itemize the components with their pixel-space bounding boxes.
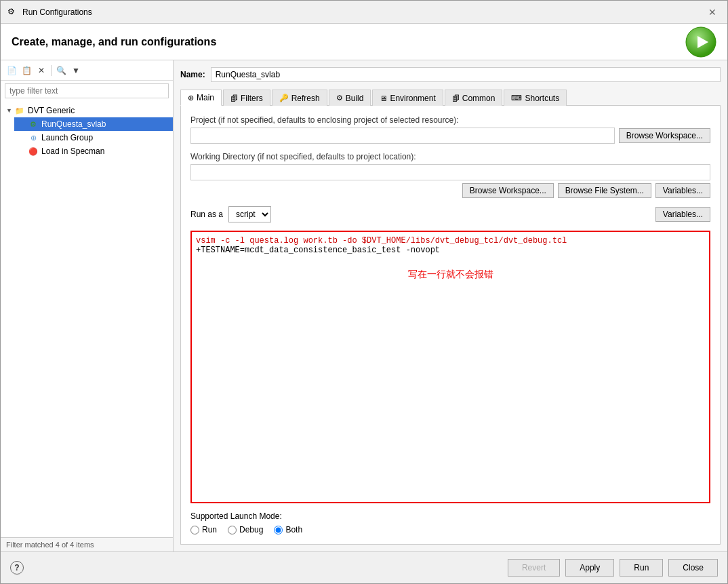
tab-env-label: Environment xyxy=(390,94,435,103)
tab-main-label: Main xyxy=(197,93,214,102)
tab-main[interactable]: ⊕ Main xyxy=(180,90,222,106)
run-play-icon xyxy=(685,26,716,58)
tree-label-runquesta: RunQuesta_svlab xyxy=(41,119,106,129)
tree-item-load-specman[interactable]: 🔴 Load in Specman xyxy=(14,144,173,158)
new-config-button[interactable]: 📄 xyxy=(5,64,18,77)
toolbar-sep-1 xyxy=(51,65,52,76)
code-line-2: +TESTNAME=mcdt_data_consistence_basic_te… xyxy=(196,246,705,255)
tab-shortcuts[interactable]: ⌨ Shortcuts xyxy=(504,90,567,106)
name-row: Name: xyxy=(180,67,721,82)
name-input[interactable] xyxy=(211,67,721,82)
code-area[interactable]: vsim -c -l questa.log work.tb -do $DVT_H… xyxy=(190,231,710,503)
project-label: Project (if not specified, defaults to e… xyxy=(190,115,710,125)
browse-file-system-button[interactable]: Browse File System... xyxy=(558,183,651,198)
window-title: Run Configurations xyxy=(22,7,92,17)
tree-label-launch-group: Launch Group xyxy=(41,133,93,142)
working-dir-field-row xyxy=(190,164,710,180)
help-button[interactable]: ? xyxy=(10,561,24,575)
radio-run-input[interactable] xyxy=(190,526,199,534)
name-label: Name: xyxy=(180,70,205,79)
project-section: Project (if not specified, defaults to e… xyxy=(190,115,710,144)
bottom-bar: ? Revert Apply Run Close xyxy=(1,551,727,583)
title-bar-left: ⚙ Run Configurations xyxy=(7,7,92,18)
shortcuts-tab-icon: ⌨ xyxy=(511,94,522,102)
tab-refresh[interactable]: 🔑 Refresh xyxy=(272,90,327,106)
radio-run-label: Run xyxy=(202,525,217,534)
working-dir-label: Working Directory (if not specified, def… xyxy=(190,152,710,161)
collapse-button[interactable]: ▼ xyxy=(69,64,83,77)
run-as-select[interactable]: script xyxy=(228,206,271,222)
tree-label-dvt: DVT Generic xyxy=(28,106,75,115)
radio-both-input[interactable] xyxy=(274,526,283,534)
delete-button[interactable]: ✕ xyxy=(35,64,48,77)
tree-item-runquesta[interactable]: ⚙ RunQuesta_svlab xyxy=(14,117,173,131)
config-icon: ⚙ xyxy=(28,119,39,130)
tab-build[interactable]: ⚙ Build xyxy=(329,90,371,106)
run-as-label: Run as a xyxy=(190,210,223,219)
main-tab-icon: ⊕ xyxy=(188,94,194,102)
tree-label-load-specman: Load in Specman xyxy=(41,147,104,156)
duplicate-button[interactable]: 📋 xyxy=(20,64,33,77)
bottom-left: ? xyxy=(10,561,24,575)
project-field-row: Browse Workspace... xyxy=(190,128,710,144)
radio-row: Run Debug Both xyxy=(190,525,710,534)
revert-button[interactable]: Revert xyxy=(508,559,560,577)
project-input[interactable] xyxy=(190,128,615,144)
tabs-bar: ⊕ Main 🗐 Filters 🔑 Refresh ⚙ Build 🖥 xyxy=(180,89,721,106)
run-button[interactable]: Run xyxy=(620,559,663,577)
tab-filters-label: Filters xyxy=(241,94,263,103)
close-dialog-button[interactable]: Close xyxy=(668,559,718,577)
tab-build-label: Build xyxy=(346,94,364,103)
radio-debug[interactable]: Debug xyxy=(228,525,263,534)
radio-debug-label: Debug xyxy=(239,525,263,534)
filter-button[interactable]: 🔍 xyxy=(54,64,68,77)
bottom-right: Revert Apply Run Close xyxy=(508,559,718,577)
main-window: ⚙ Run Configurations ✕ Create, manage, a… xyxy=(0,0,728,584)
working-dir-buttons: Browse Workspace... Browse File System..… xyxy=(190,183,710,198)
radio-debug-input[interactable] xyxy=(228,526,237,534)
code-annotation: 写在一行就不会报错 xyxy=(196,269,705,281)
tree-children: ⚙ RunQuesta_svlab ⊕ Launch Group 🔴 Load … xyxy=(1,117,173,158)
close-window-button[interactable]: ✕ xyxy=(704,5,721,19)
code-line-1: vsim -c -l questa.log work.tb -do $DVT_H… xyxy=(196,236,705,246)
header-title: Create, manage, and run configurations xyxy=(12,36,216,48)
tree-item-dvt-generic[interactable]: ▼ 📁 DVT Generic xyxy=(1,104,173,117)
browse-workspace-1-button[interactable]: Browse Workspace... xyxy=(619,128,710,143)
env-tab-icon: 🖥 xyxy=(380,94,387,102)
variables-2-button[interactable]: Variables... xyxy=(655,207,710,222)
working-dir-input[interactable] xyxy=(190,164,710,180)
filters-tab-icon: 🗐 xyxy=(230,94,238,102)
tree-area: ▼ 📁 DVT Generic ⚙ RunQuesta_svlab ⊕ Laun… xyxy=(1,101,173,537)
tab-shortcuts-label: Shortcuts xyxy=(525,94,559,103)
radio-both[interactable]: Both xyxy=(274,525,302,534)
tab-filters[interactable]: 🗐 Filters xyxy=(223,90,270,106)
panel-content: Project (if not specified, defaults to e… xyxy=(180,106,721,545)
tab-environment[interactable]: 🖥 Environment xyxy=(372,90,443,106)
refresh-tab-icon: 🔑 xyxy=(279,94,289,102)
tree-item-launch-group[interactable]: ⊕ Launch Group xyxy=(14,131,173,144)
help-label: ? xyxy=(14,563,19,572)
tab-common[interactable]: 🗐 Common xyxy=(445,90,503,106)
radio-both-label: Both xyxy=(285,525,302,534)
content-area: 📄 📋 ✕ 🔍 ▼ ▼ 📁 DVT Generic ⚙ R xyxy=(1,60,727,551)
working-dir-section: Working Directory (if not specified, def… xyxy=(190,152,710,198)
header: Create, manage, and run configurations xyxy=(1,24,727,60)
build-tab-icon: ⚙ xyxy=(336,94,343,102)
filter-input[interactable] xyxy=(5,83,169,98)
radio-run[interactable]: Run xyxy=(190,525,217,534)
browse-workspace-2-button[interactable]: Browse Workspace... xyxy=(462,183,554,198)
left-status: Filter matched 4 of 4 items xyxy=(1,537,173,551)
expand-arrow-dvt: ▼ xyxy=(6,107,14,114)
variables-1-button[interactable]: Variables... xyxy=(655,183,710,198)
tab-refresh-label: Refresh xyxy=(291,94,320,103)
right-panel: Name: ⊕ Main 🗐 Filters 🔑 Refresh ⚙ xyxy=(174,60,727,551)
launch-mode-label: Supported Launch Mode: xyxy=(190,511,710,521)
common-tab-icon: 🗐 xyxy=(452,94,460,102)
run-as-row: Run as a script Variables... xyxy=(190,206,710,222)
window-icon: ⚙ xyxy=(7,7,18,18)
left-panel: 📄 📋 ✕ 🔍 ▼ ▼ 📁 DVT Generic ⚙ R xyxy=(1,60,174,551)
launch-mode-section: Supported Launch Mode: Run Debug Both xyxy=(190,511,710,534)
folder-icon: 📁 xyxy=(14,105,25,116)
apply-button[interactable]: Apply xyxy=(565,559,614,577)
title-bar: ⚙ Run Configurations ✕ xyxy=(1,1,727,24)
